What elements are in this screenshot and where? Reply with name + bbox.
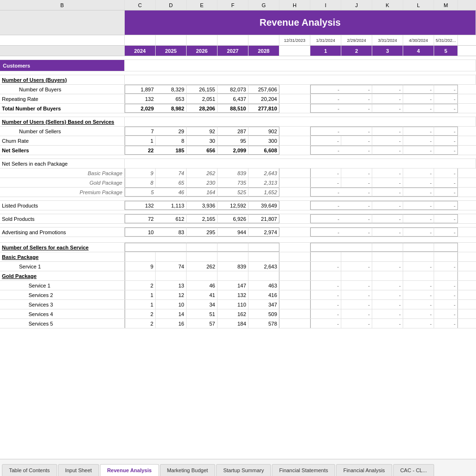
date-empty-e (187, 35, 218, 45)
num-buyers-i: - (310, 85, 341, 94)
basic-pkg-2026: 262 (187, 169, 218, 178)
tab-input-sheet[interactable]: Input Sheet (58, 464, 99, 476)
col-header-g: G (248, 0, 279, 10)
service1-gold-2026: 46 (187, 281, 218, 290)
col-header-f: F (218, 0, 248, 10)
tab-cac-cl[interactable]: CAC - CL... (393, 464, 434, 476)
sold-products-2025: 612 (156, 214, 187, 223)
services2-gold-l: - (403, 290, 434, 299)
services2-gold-i: - (310, 290, 341, 299)
num-buyers-2027: 82,073 (218, 85, 248, 94)
sold-products-row: Sold Products 72 612 2,165 6,926 21,807 … (0, 214, 476, 224)
num-sellers-2026: 92 (187, 127, 218, 136)
churn-rate-2026: 30 (187, 136, 218, 145)
service1-gold-2025: 13 (156, 281, 187, 290)
listed-k: - (372, 201, 403, 210)
repeating-k: - (372, 94, 403, 103)
sep-row-7 (0, 224, 476, 228)
repeating-j: - (341, 94, 372, 103)
repeating-rate-2028: 20,204 (248, 94, 279, 103)
listed-products-2024: 132 (125, 201, 156, 210)
churn-k: - (372, 136, 403, 145)
gold-pkg2-m (434, 271, 458, 280)
premium-pkg-2024: 5 (125, 188, 156, 197)
year-2027: 2027 (218, 46, 248, 56)
tab-marketing-budget[interactable]: Marketing Budget (160, 464, 215, 476)
sellers-service-header-row: Number of Sellers for each Service (0, 243, 476, 252)
gold-pkg-l: - (403, 178, 434, 187)
basic-pkg-2024: 9 (125, 169, 156, 178)
premium-pkg-2026: 164 (187, 188, 218, 197)
num-sellers-header-row: Number of Users (Sellers) Based on Servi… (0, 117, 476, 127)
listed-m: - (434, 201, 458, 210)
repeating-empty-h (279, 94, 310, 103)
year-header-row: 2024 2025 2026 2027 2028 1 2 3 4 5 (0, 46, 476, 56)
basic-pkg2-i (310, 252, 341, 261)
churn-rate-2028: 300 (248, 136, 279, 145)
services5-gold-2026: 57 (187, 319, 218, 328)
service1-gold-k: - (372, 281, 403, 290)
spreadsheet-title: Revenue Analysis (125, 10, 476, 35)
gold-pkg-2027: 735 (218, 178, 248, 187)
service1-gold-2024: 2 (125, 281, 156, 290)
services3-gold-k: - (372, 300, 403, 309)
services4-gold-2025: 14 (156, 309, 187, 318)
tab-revenue-analysis[interactable]: Revenue Analysis (100, 464, 159, 476)
gold-pkg2-f (218, 271, 248, 280)
listed-products-2028: 39,649 (248, 201, 279, 210)
num-users-buyers-row: Number of Users (Buyers) (0, 75, 476, 85)
col-header-k: K (372, 0, 403, 10)
gold-pkg-j: - (341, 178, 372, 187)
date-2: 1/31/2024 (310, 35, 341, 45)
service1-gold-l: - (403, 281, 434, 290)
column-headers: B C D E F G H I J K L M (0, 0, 476, 10)
adv-l: - (403, 228, 434, 237)
services3-gold-2026: 34 (187, 300, 218, 309)
services5-gold-2025: 16 (156, 319, 187, 328)
sold-products-2024: 72 (125, 214, 156, 223)
num-sellers-2027: 287 (218, 127, 248, 136)
tab-startup-summary[interactable]: Startup Summary (216, 464, 271, 476)
net-sellers-row: Net Sellers 22 185 656 2,099 6,608 - - -… (0, 146, 476, 155)
tab-table-of-contents[interactable]: Table of Contents (2, 464, 57, 476)
tab-financial-analysis[interactable]: Financial Analysis (336, 464, 392, 476)
net-sellers-label: Net Sellers (0, 146, 125, 155)
gold-pkg-2024: 8 (125, 178, 156, 187)
sold-products-2028: 21,807 (248, 214, 279, 223)
service1-basic-i: - (310, 262, 341, 271)
customers-header-row: Customers (0, 60, 476, 71)
services4-gold-2028: 509 (248, 309, 279, 318)
basic-pkg-i: - (310, 169, 341, 178)
num-sellers-label: Number of Sellers (0, 127, 125, 136)
services4-gold-l: - (403, 309, 434, 318)
repeating-rate-2024: 132 (125, 94, 156, 103)
listed-products-label: Listed Products (0, 201, 125, 210)
basic-pkg-2027: 839 (218, 169, 248, 178)
churn-rate-row: Churn Rate 1 8 30 95 300 - - - - - (0, 136, 476, 146)
num-buyers-j: - (341, 85, 372, 94)
churn-rate-2027: 95 (218, 136, 248, 145)
repeating-rate-row: Repeating Rate 132 653 2,051 6,437 20,20… (0, 94, 476, 104)
num-users-buyers-label: Number of Users (Buyers) (0, 75, 125, 84)
services4-gold-j: - (341, 309, 372, 318)
net-sellers-empty-h (279, 146, 310, 155)
services4-gold-m: - (434, 309, 458, 318)
premium-pkg-m: - (434, 188, 458, 197)
service1-basic-l: - (403, 262, 434, 271)
date-empty-f (218, 35, 248, 45)
adv-promo-2028: 2,974 (248, 228, 279, 237)
listed-products-row: Listed Products 132 1,113 3,936 12,592 3… (0, 201, 476, 210)
gold-pkg-2025: 65 (156, 178, 187, 187)
sellers-service-m (434, 243, 458, 252)
sep-row-1 (0, 56, 476, 60)
services4-gold-row: Services 4 2 14 51 162 509 - - - - - (0, 309, 476, 319)
num-2: 2 (341, 46, 372, 56)
tab-financial-statements[interactable]: Financial Statements (272, 464, 335, 476)
net-sellers-m: - (434, 146, 458, 155)
sold-i: - (310, 214, 341, 223)
service1-basic-2024: 9 (125, 262, 156, 271)
services2-gold-2026: 41 (187, 290, 218, 299)
gold-pkg2-c (125, 271, 156, 280)
services5-gold-k: - (372, 319, 403, 328)
net-sellers-2028: 6,608 (248, 146, 279, 155)
